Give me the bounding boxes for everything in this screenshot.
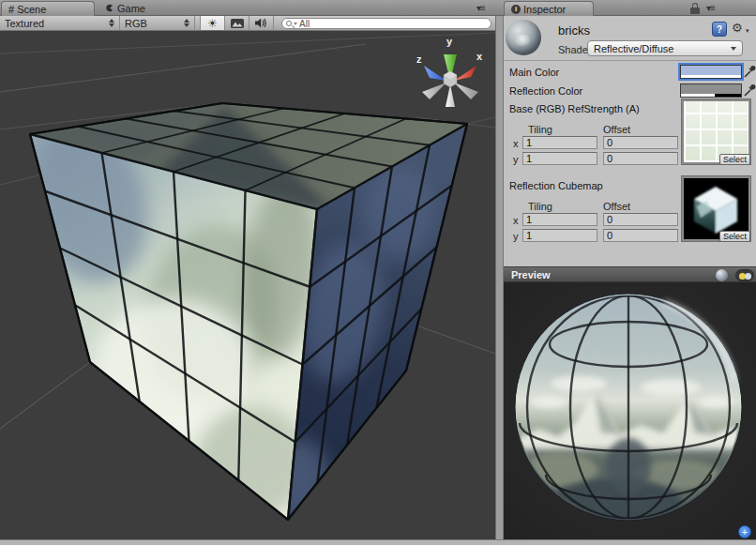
image-icon: [231, 19, 244, 28]
search-icon: [286, 21, 292, 26]
inspector-menu-icon[interactable]: ▾≡: [706, 3, 715, 13]
scene-viewport[interactable]: yzx: [0, 31, 495, 539]
scene-tab-icon: #: [8, 4, 14, 15]
main-color-label: Main Color: [509, 67, 559, 78]
material-preview-sphere: [504, 282, 756, 539]
base-offset-y-input[interactable]: [603, 152, 678, 165]
material-name: bricks: [558, 23, 590, 38]
preview-shape-button[interactable]: [716, 269, 728, 281]
unity-editor-window: # Scene Game ▾≡ i Inspector ▾≡ Textured …: [0, 0, 756, 545]
shader-dropdown[interactable]: Reflective/Diffuse: [587, 40, 743, 56]
scene-tab-label: Scene: [17, 4, 46, 15]
color-mode-dropdown[interactable]: RGB: [120, 16, 195, 30]
inspector-panel: bricks ? ⚙ ▾ Shader Reflective/Diffuse M…: [504, 16, 756, 539]
add-preview-icon[interactable]: +: [738, 525, 751, 538]
help-icon[interactable]: ?: [712, 22, 727, 37]
preview-title: Preview: [511, 269, 551, 280]
inspector-tab-icon: i: [511, 5, 521, 14]
cubemap-offset-x-input[interactable]: [603, 213, 678, 226]
tiling-label: Tiling: [528, 201, 552, 212]
y-row-label: y: [513, 231, 519, 242]
x-row-label: x: [513, 138, 519, 149]
svg-text:z: z: [416, 53, 422, 65]
preview-lighting-button[interactable]: [735, 269, 754, 281]
cubemap-select-button[interactable]: Select: [719, 231, 750, 242]
scene-pane-menu-icon[interactable]: ▾≡: [476, 3, 485, 13]
search-filter-caret-icon: [294, 23, 297, 25]
base-select-button[interactable]: Select: [719, 154, 750, 165]
svg-text:y: y: [446, 36, 453, 47]
draw-mode-label: Textured: [5, 18, 44, 29]
updown-icon: [109, 19, 114, 27]
scene-lighting-toggle[interactable]: ☀: [201, 16, 225, 30]
eyedropper-icon[interactable]: [744, 83, 756, 97]
scene-search-field[interactable]: [281, 18, 491, 29]
gear-caret-icon: ▾: [746, 27, 749, 35]
sun-icon: ☀: [207, 18, 218, 29]
offset-label: Offset: [603, 201, 630, 212]
gear-icon[interactable]: ⚙: [732, 21, 743, 35]
audio-toggle[interactable]: [249, 16, 274, 30]
base-tiling-y-input[interactable]: [522, 152, 597, 165]
shader-value: Reflective/Diffuse: [594, 43, 673, 54]
color-mode-label: RGB: [125, 18, 147, 29]
search-input[interactable]: [299, 19, 487, 29]
game-tab-icon: [105, 4, 113, 12]
pane-divider[interactable]: [495, 16, 504, 539]
preview-header[interactable]: Preview: [504, 266, 756, 282]
tab-game[interactable]: Game: [99, 0, 151, 16]
tab-inspector[interactable]: i Inspector: [504, 1, 594, 16]
scene-toolbar: Textured RGB ☀: [0, 16, 495, 31]
cubemap-label: Reflection Cubemap: [509, 180, 603, 191]
chevron-down-icon: [731, 47, 736, 51]
preview-canvas[interactable]: +: [504, 282, 756, 539]
window-bottom-edge: [0, 539, 756, 545]
tiling-label: Tiling: [528, 124, 552, 135]
main-color-swatch[interactable]: [680, 65, 742, 79]
orientation-gizmo[interactable]: yzx: [411, 34, 490, 113]
cubemap-tiling-y-input[interactable]: [522, 229, 597, 242]
y-row-label: y: [513, 154, 519, 165]
tab-scene[interactable]: # Scene: [1, 1, 95, 16]
base-map-label: Base (RGB) RefStrength (A): [509, 103, 640, 114]
game-tab-label: Game: [117, 3, 145, 14]
material-preview-ball: [506, 20, 541, 55]
base-tiling-x-input[interactable]: [522, 136, 597, 149]
cubemap-offset-y-input[interactable]: [603, 229, 678, 242]
reflection-color-label: Reflection Color: [509, 85, 582, 97]
tab-bar: # Scene Game ▾≡ i Inspector ▾≡: [0, 0, 756, 16]
svg-text:x: x: [476, 51, 483, 62]
eyedropper-icon[interactable]: [744, 65, 756, 78]
reflection-color-swatch[interactable]: [680, 83, 742, 98]
lock-icon[interactable]: [690, 3, 700, 14]
cubemap-tiling-x-input[interactable]: [522, 213, 597, 226]
skybox-toggle[interactable]: [225, 16, 249, 30]
updown-icon: [184, 19, 189, 27]
light-dot-icon: [745, 273, 751, 280]
offset-label: Offset: [603, 124, 630, 135]
draw-mode-dropdown[interactable]: Textured: [0, 16, 120, 30]
speaker-icon: [255, 18, 267, 28]
base-offset-x-input[interactable]: [603, 136, 678, 149]
x-row-label: x: [513, 215, 519, 226]
inspector-tab-label: Inspector: [523, 4, 566, 15]
